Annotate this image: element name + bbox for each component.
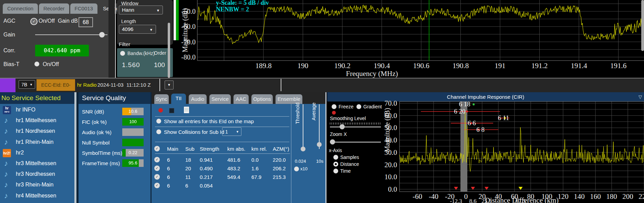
tab-options[interactable]: Options — [251, 94, 273, 104]
separator — [155, 116, 289, 117]
list-item[interactable]: ♪hr1 Rhein-Main — [0, 137, 74, 148]
smoothing-label: Smoothing Level — [330, 116, 366, 121]
smoothing-slider-ticks — [330, 122, 381, 125]
list-item[interactable]: ♪hr3 Nordhessen — [0, 169, 74, 180]
svg-text:140: 140 — [574, 192, 585, 201]
quality-label: FIC (ok %) — [82, 119, 107, 125]
tab-service[interactable]: Service — [209, 94, 231, 104]
list-item[interactable]: ♪hr4 Mittelhessen — [0, 191, 74, 202]
tab-sync[interactable]: Sync — [154, 94, 169, 104]
quality-bar: 0.22 — [122, 149, 144, 157]
bandwidth-radio[interactable] — [120, 51, 125, 56]
gain-slider-thumb[interactable] — [99, 32, 105, 38]
window-select[interactable]: Hann ▼ — [119, 6, 163, 14]
table-header-underline — [155, 153, 290, 154]
cir-chart: 6 186 206 66 86 11-60-40-200204060801001… — [377, 100, 644, 203]
show-all-radio[interactable] — [156, 119, 161, 124]
smoothing-slider-track[interactable] — [330, 127, 381, 127]
tab-tii[interactable]: TII — [171, 94, 186, 104]
level-meter-fill — [176, 0, 179, 40]
xaxis-radio-samples[interactable] — [333, 155, 338, 160]
panel-divider-line — [115, 0, 116, 78]
svg-text:191.6: 191.6 — [610, 62, 626, 70]
table-cell: 0.0 — [251, 157, 259, 163]
corr-label: Corr. — [3, 47, 15, 54]
xaxis-radio-distance[interactable] — [333, 162, 338, 167]
gain-db-field[interactable]: 68 — [79, 17, 93, 27]
subid-select[interactable]: 1 ▼ — [222, 127, 241, 136]
channel-select-value: 7B — [21, 82, 27, 87]
svg-text:0.0: 0.0 — [388, 185, 397, 193]
svg-text:Magnitude (dB): Magnitude (dB) — [181, 8, 189, 52]
list-item[interactable]: ♪hr3 Rhein-Main — [0, 180, 74, 191]
chevron-down-icon: ▼ — [30, 81, 33, 89]
report-icon[interactable] — [184, 107, 189, 113]
xaxis-option-label: Time — [340, 168, 351, 174]
list-item[interactable]: ♪hr1 Mittelhessen — [0, 116, 74, 126]
row-check[interactable]: ✓ — [154, 165, 160, 171]
tab-audio[interactable]: Audio — [189, 94, 207, 104]
list-item[interactable]: hr2!hr2 — [0, 148, 74, 159]
zoomx-label: Zoom X — [330, 131, 347, 137]
length-select[interactable]: 4096 ▼ — [119, 25, 156, 34]
zoomx-slider-track[interactable] — [330, 142, 381, 142]
stop-icon[interactable] — [169, 108, 174, 113]
dsp-scrollbar[interactable] — [168, 23, 170, 78]
gain-slider-track[interactable] — [35, 34, 107, 35]
tab-connection[interactable]: Connection — [3, 3, 38, 14]
quality-bar-fill — [122, 139, 144, 146]
record-icon[interactable] — [158, 108, 163, 113]
music-note-icon: ♪ — [4, 170, 8, 179]
status-mini-select[interactable]: ▼ — [165, 81, 174, 89]
music-note-icon: ♪ — [4, 138, 8, 147]
biast-radio[interactable] — [34, 62, 39, 66]
smoothing-slider-thumb[interactable] — [340, 124, 345, 129]
list-item[interactable]: ♪hr3 Mittelhessen — [0, 159, 74, 169]
biast-onoff-label: On/Off — [43, 61, 59, 67]
svg-text:189.8: 189.8 — [255, 62, 271, 70]
service-label: hr2 — [16, 150, 24, 156]
x10-radio[interactable] — [294, 167, 299, 171]
spectrum-scrollbar[interactable] — [641, 0, 644, 51]
row-check[interactable]: ✓ — [154, 174, 160, 180]
svg-text:-12,3: -12,3 — [450, 198, 462, 203]
table-cell: 549.4 — [227, 174, 240, 180]
tab-recorder[interactable]: Recorder — [39, 3, 69, 14]
threshold-slider-thumb[interactable] — [301, 147, 305, 151]
zoomx-slider-thumb[interactable] — [330, 139, 335, 145]
timestamp: 2024-11-03 11:12:10 Z — [97, 79, 166, 91]
freeze-radio[interactable] — [332, 104, 336, 109]
no-service-text: No Service Selected — [0, 92, 61, 104]
tab-fc0013[interactable]: FC0013 — [70, 3, 97, 14]
svg-text:6 18: 6 18 — [459, 100, 470, 108]
separator — [155, 127, 289, 127]
gradient-radio[interactable] — [356, 104, 361, 109]
list-item[interactable]: ♪hr1 Nordhessen — [0, 126, 74, 137]
list-item[interactable]: hrINFOhr INFO — [0, 105, 74, 116]
table-cell: 0.217 — [200, 174, 213, 180]
service-label: hr3 Mittelhessen — [16, 160, 56, 167]
agc-checkbox[interactable]: ✓ — [30, 18, 38, 25]
svg-text:6 20: 6 20 — [454, 108, 465, 115]
xaxis-radio-time[interactable] — [333, 169, 338, 173]
xaxis-label: x-Axis — [329, 148, 342, 153]
window-select-value: Hann — [122, 7, 134, 13]
threshold-slider-track[interactable] — [303, 104, 303, 149]
table-cell: 0.490 — [200, 165, 213, 171]
panel-divider — [325, 92, 326, 203]
channel-select[interactable]: 7B ▼ — [19, 80, 35, 89]
row-check[interactable]: ✓ — [154, 157, 160, 162]
row-check[interactable]: ✓ — [154, 183, 160, 188]
tab-aac[interactable]: AAC — [233, 94, 249, 104]
gain-label: Gain — [3, 32, 15, 38]
average-slider-thumb[interactable] — [317, 142, 322, 147]
column-header: Main — [167, 146, 178, 152]
svg-text:20.0: 20.0 — [384, 161, 397, 169]
quality-label: Audio (ok %) — [82, 129, 112, 135]
freeze-label: Freeze — [339, 104, 354, 109]
collisions-radio[interactable] — [156, 129, 161, 134]
select-all-check[interactable]: ✓ — [154, 146, 160, 151]
svg-text:191.2: 191.2 — [531, 62, 548, 70]
svg-text:0: 0 — [464, 192, 468, 201]
chevron-down-icon: ▼ — [236, 128, 239, 136]
